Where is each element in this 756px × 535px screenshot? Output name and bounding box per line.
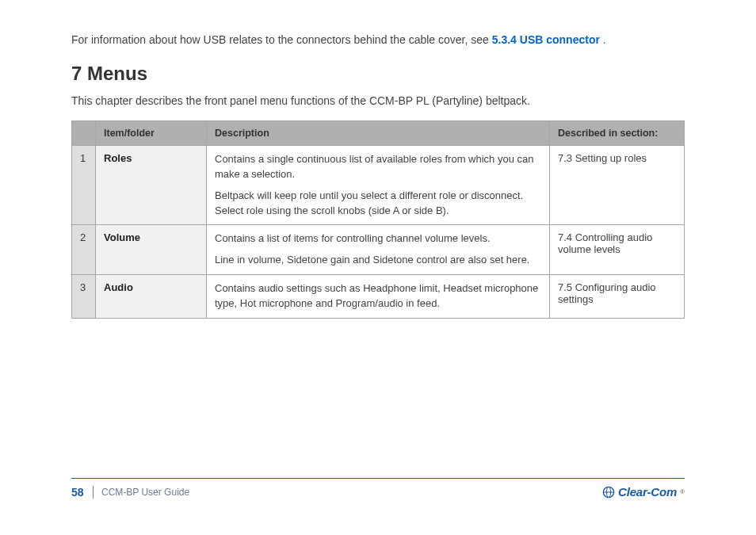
desc-line: Beltpack will keep role until you select… [215,189,541,219]
row-section: 7.5 Configuring audio settings [550,275,685,319]
col-item: Item/folder [96,121,207,146]
col-section: Described in section: [550,121,685,146]
row-num: 3 [72,275,96,319]
menu-table: Item/folder Description Described in sec… [71,120,685,319]
page-footer: 58 CCM-BP User Guide Clear-Com® [71,478,685,502]
page-heading: 7 Menus [71,63,685,85]
desc-line: Contains audio settings such as Headphon… [215,281,541,311]
brand-name: Clear-Com [618,485,677,499]
desc-line: Contains a list of items for controlling… [215,231,541,246]
table-row: 2 Volume Contains a list of items for co… [72,225,685,275]
table-row: 1 Roles Contains a single continuous lis… [72,146,685,225]
intro-crossref[interactable]: 5.3.4 USB connector [492,33,600,46]
table-row: 3 Audio Contains audio settings such as … [72,275,685,319]
registered-mark: ® [680,488,685,495]
row-desc: Contains audio settings such as Headphon… [207,275,550,319]
intro-text-before: For information about how USB relates to… [71,33,492,46]
row-num: 1 [72,146,96,225]
row-folder: Audio [96,275,207,319]
col-blank [72,121,96,146]
row-num: 2 [72,225,96,275]
globe-icon [602,486,615,499]
row-desc: Contains a single continuous list of ava… [207,146,550,225]
intro-text-after: . [603,33,606,46]
table-header-row: Item/folder Description Described in sec… [72,121,685,146]
row-folder: Roles [96,146,207,225]
col-desc: Description [207,121,550,146]
desc-line: Contains a single continuous list of ava… [215,152,541,182]
row-section: 7.3 Setting up roles [550,146,685,225]
page-number: 58 [71,486,94,499]
page-subtitle: This chapter describes the front panel m… [71,93,685,109]
row-desc: Contains a list of items for controlling… [207,225,550,275]
row-folder: Volume [96,225,207,275]
brand-logo: Clear-Com® [602,485,685,499]
footer-text: CCM-BP User Guide [94,487,602,498]
intro-paragraph: For information about how USB relates to… [71,32,685,48]
desc-line: Line in volume, Sidetone gain and Sideto… [215,253,541,268]
row-section: 7.4 Controlling audio volume levels [550,225,685,275]
